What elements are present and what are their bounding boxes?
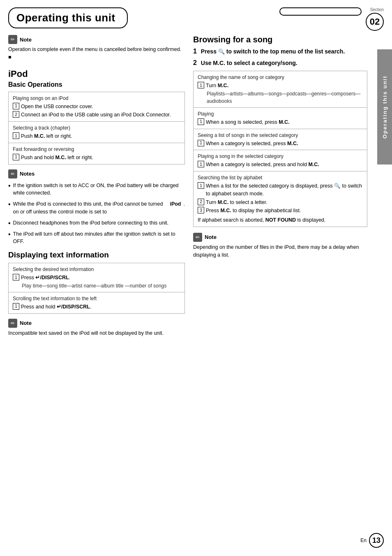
note-heading-bottom-left: Note (20, 320, 32, 326)
display-step-1: 1 Press ↵/DISP/SCRL. (13, 274, 180, 282)
list-item: The iPod will turn off about two minutes… (8, 230, 185, 246)
page: Operating this unit Section 02 Operating… (0, 0, 392, 556)
right-header-area: Section 02 (279, 7, 384, 31)
row-title-playing: Playing songs on an iPod (13, 95, 180, 102)
notes-list: If the ignition switch is set to ACC or … (8, 182, 185, 246)
section-number: 02 (366, 13, 384, 31)
table-row-playing: Playing songs on an iPod 1 Open the USB … (9, 92, 184, 122)
display-table: Selecting the desired text information 1… (8, 263, 185, 314)
browse-step-num-alpha-1: 1 (198, 182, 204, 189)
search-icon-alpha: 🔍 (334, 183, 341, 189)
step-num-1: 1 (13, 103, 19, 109)
right-column: Browsing for a song 1 Press 🔍 to switch … (193, 35, 384, 337)
browse-row-alpha: Searching the list by alphabet 1 When a … (194, 171, 367, 227)
browse-row-play-cat: Playing a song in the selected category … (194, 150, 367, 171)
main-content: ✏ Note Operation is complete even if the… (0, 35, 392, 345)
note-header-top: ✏ Note (8, 35, 185, 44)
browse-row-list: Seeing a list of songs in the selected c… (194, 129, 367, 151)
display-step-scroll: 1 Press and hold ↵/DISP/SCRL. (13, 303, 180, 311)
page-footer: En 13 (360, 533, 384, 548)
step-num-2: 2 (13, 111, 19, 118)
list-item: If the ignition switch is set to ACC or … (8, 182, 185, 197)
browse-step-num-play-cat: 1 (198, 161, 204, 167)
pencil-icon-bottom-left: ✏ (8, 319, 17, 328)
list-item: Disconnect headphones from the iPod befo… (8, 219, 185, 227)
display-step-num-scroll: 1 (13, 303, 19, 310)
browse-title: Browsing for a song (193, 35, 367, 44)
note-box-top: ✏ Note Operation is complete even if the… (8, 35, 185, 61)
browse-step2: 2 Use M.C. to select a category/song. (193, 59, 367, 67)
browse-step-play-cat: 1 When a category is selected, press and… (198, 161, 363, 169)
browse-step-num-playing: 1 (198, 118, 204, 125)
search-icon-step1: 🔍 (218, 49, 225, 55)
browse-row-name: Changing the name of song or category 1 … (194, 71, 367, 108)
step-num-ff: 1 (13, 154, 19, 160)
list-item: While the iPod is connected to this unit… (8, 200, 185, 216)
browse-step-playing: 1 When a song is selected, press M.C. (198, 118, 363, 126)
notes-header: ✏ Notes (8, 169, 185, 178)
table-row-track: Selecting a track (chapter) 1 Push M.C. … (9, 122, 184, 143)
page-title: Operating this unit (16, 12, 115, 24)
step-2-connect: 2 Connect an iPod to the USB cable using… (13, 111, 180, 119)
note-box-bottom-right: ✏ Note Depending on the number of files … (193, 233, 367, 259)
step-track-1: 1 Push M.C. left or right. (13, 132, 180, 140)
empty-title-box (279, 7, 362, 16)
table-row-ff: Fast forwarding or reversing 1 Push and … (9, 143, 184, 164)
display-row-scroll: Scrolling the text information to the le… (9, 292, 184, 313)
step1-heading: 1 Press 🔍 to switch to the top menu of t… (193, 48, 367, 55)
section-badge: Section 02 (366, 7, 384, 31)
notes-heading: Notes (20, 171, 35, 177)
note-box-bottom-left: ✏ Note Incompatible text saved on the iP… (8, 319, 185, 337)
display-row-select-title: Selecting the desired text information (13, 266, 180, 273)
browse-step-list: 1 When a category is selected, press M.C… (198, 140, 363, 148)
browse-table: Changing the name of song or category 1 … (193, 71, 367, 227)
note-header-bottom-right: ✏ Note (193, 233, 367, 242)
browse-row-play-cat-title: Playing a song in the selected category (198, 153, 363, 160)
browse-step-num-list: 1 (198, 140, 204, 146)
pencil-icon-top: ✏ (8, 35, 17, 44)
section-label: Section (370, 7, 384, 12)
browse-row-playing-title: Playing (198, 110, 363, 118)
basic-ops-title: Basic Operations (8, 81, 185, 88)
sidebar-label: Operating this unit (377, 49, 392, 164)
note-text-bottom-right: Depending on the number of files in the … (193, 243, 367, 259)
browse-indent-name: Playlists—artists—albums—songs—podcasts—… (198, 90, 363, 105)
display-row-select: Selecting the desired text information 1… (9, 263, 184, 292)
browse-row-name-title: Changing the name of song or category (198, 74, 363, 81)
browse-step-num-name: 1 (198, 82, 204, 88)
ipod-title: iPod (8, 69, 185, 79)
browse-step-alpha-2: 2 Turn M.C. to select a letter. (198, 199, 363, 206)
browse-row-alpha-title: Searching the list by alphabet (198, 174, 363, 181)
title-box: Operating this unit (8, 7, 128, 28)
en-label: En (360, 537, 367, 543)
step-1-open: 1 Open the USB connector cover. (13, 103, 180, 111)
note-text-bottom-left: Incompatible text saved on the iPod will… (8, 329, 185, 337)
browse-step-name-1: 1 Turn M.C. (198, 82, 363, 90)
display-row-scroll-title: Scrolling the text information to the le… (13, 295, 180, 302)
basic-ops-table: Playing songs on an iPod 1 Open the USB … (8, 92, 185, 164)
browse-step-num-alpha-3: 3 (198, 207, 204, 213)
note-heading-top: Note (20, 37, 32, 43)
page-number: 13 (369, 533, 384, 548)
browse-step-alpha-3: 3 Press M.C. to display the alphabetical… (198, 207, 363, 215)
browse-step-alpha-1: 1 When a list for the selected category … (198, 182, 363, 198)
note-header-bottom-left: ✏ Note (8, 319, 185, 328)
row-title-track: Selecting a track (chapter) (13, 124, 180, 132)
display-title: Displaying text information (8, 250, 185, 259)
step-ff-1: 1 Push and hold M.C. left or right. (13, 154, 180, 162)
display-step-num-1: 1 (13, 274, 19, 280)
pencil-icon-bottom-right: ✏ (193, 233, 202, 242)
note-text-top: Operation is complete even if the menu i… (8, 46, 185, 61)
pencil-icon-notes: ✏ (8, 169, 17, 178)
browse-row-list-title: Seeing a list of songs in the selected c… (198, 132, 363, 139)
browse-step-num-alpha-2: 2 (198, 199, 204, 205)
browse-row-playing: Playing 1 When a song is selected, press… (194, 108, 367, 129)
alpha-extra: If alphabet search is aborted, NOT FOUND… (198, 216, 363, 224)
note-heading-bottom-right: Note (205, 234, 217, 240)
top-header: Operating this unit Section 02 (0, 0, 392, 31)
display-indent-1: Play time—song title—artist name—album t… (13, 282, 180, 290)
step2-heading: 2 Use M.C. to select a category/song. (193, 59, 367, 67)
left-column: ✏ Note Operation is complete even if the… (8, 35, 185, 337)
step-num-track: 1 (13, 132, 19, 139)
browse-step1: 1 Press 🔍 to switch to the top menu of t… (193, 48, 367, 55)
